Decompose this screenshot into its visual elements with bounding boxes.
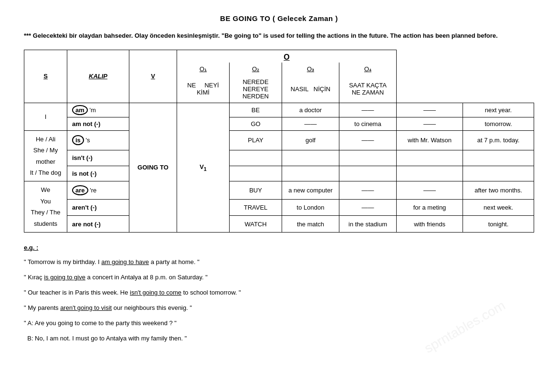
subject-we: WeYouThey / The students bbox=[31, 186, 61, 227]
o2-header: O₂ bbox=[252, 65, 259, 73]
examples-section: e.g. : " Tomorrow is my birthday. I am g… bbox=[24, 244, 534, 344]
o3-header: O₃ bbox=[307, 65, 314, 73]
table-row: aren't (-) TRAVEL to London —— for a met… bbox=[24, 199, 534, 216]
o3-r6: —— bbox=[397, 181, 463, 199]
table-row: I am 'm GOING TO V1 BE a doctor —— —— ne… bbox=[24, 103, 534, 117]
am-circle: am bbox=[72, 105, 88, 115]
v-header: V bbox=[151, 73, 155, 80]
o1-r4 bbox=[282, 150, 339, 166]
are-not: are not (-) bbox=[72, 221, 101, 228]
watch-verb: WATCH bbox=[230, 216, 282, 233]
o2-r1: —— bbox=[339, 103, 397, 117]
o1-r6: a new computer bbox=[282, 181, 339, 199]
example-1: " Tomorrow is my birthday. I am going to… bbox=[24, 257, 534, 267]
empty-verb-r5 bbox=[230, 166, 282, 181]
example-3: " Our teacher is in Paris this week. He … bbox=[24, 287, 534, 298]
o3-r2: —— bbox=[397, 117, 463, 130]
table-row: isn't (-) bbox=[24, 150, 534, 166]
o4-r7: next week. bbox=[463, 199, 534, 216]
example-2: " Kıraç is going to give a concert in An… bbox=[24, 272, 534, 283]
example-6: B: No, I am not. I must go to Antalya wi… bbox=[24, 333, 534, 344]
table-row: is not (-) bbox=[24, 166, 534, 181]
o4-r2: tomorrow. bbox=[463, 117, 534, 130]
o4-r8: tonight. bbox=[463, 216, 534, 233]
o3-r3: with Mr. Watson bbox=[397, 130, 463, 150]
table-row: WeYouThey / The students are 're BUY a n… bbox=[24, 181, 534, 199]
arent: aren't (-) bbox=[72, 204, 96, 211]
play-verb: PLAY bbox=[230, 130, 282, 150]
o3-r1: —— bbox=[397, 103, 463, 117]
o1-r1: a doctor bbox=[282, 103, 339, 117]
o4-r5 bbox=[463, 166, 534, 181]
page-title: BE GOING TO ( Gelecek Zaman ) bbox=[24, 14, 534, 22]
o1-subheader: NE NEYİKİMİ bbox=[177, 75, 230, 103]
o2-r4 bbox=[339, 150, 397, 166]
o1-header: O₁ bbox=[200, 65, 207, 73]
isnt: isn't (-) bbox=[72, 154, 93, 161]
is-circle: is bbox=[72, 135, 84, 145]
are-circle: are bbox=[72, 185, 88, 195]
subject-he: He / AliShe / My motherIt / The dog bbox=[30, 136, 62, 176]
v1-cell: V1 bbox=[177, 103, 230, 232]
buy-verb: BUY bbox=[230, 181, 282, 199]
is-short: 's bbox=[85, 137, 90, 144]
go-verb: GO bbox=[230, 117, 282, 130]
am-not: am not (-) bbox=[72, 120, 100, 127]
empty-verb-r4 bbox=[230, 150, 282, 166]
o3-r5 bbox=[397, 166, 463, 181]
o3-subheader: NASIL NİÇİN bbox=[282, 75, 339, 103]
eg-label: e.g. : bbox=[24, 244, 534, 251]
table-row: am not (-) GO —— to cinema —— tomorrow. bbox=[24, 117, 534, 130]
example-5: " A: Are you going to come to the party … bbox=[24, 318, 534, 328]
o3-r4 bbox=[397, 150, 463, 166]
am-short: 'm bbox=[89, 106, 95, 114]
o1-r3: golf bbox=[282, 130, 339, 150]
o2-r7: —— bbox=[339, 199, 397, 216]
o3-r8: with friends bbox=[397, 216, 463, 233]
o4-r3: at 7 p.m. today. bbox=[463, 130, 534, 150]
o4-header: O₄ bbox=[364, 65, 371, 73]
o-header: O bbox=[284, 53, 289, 61]
grammar-table: S KALIP V O O₁ O₂ O₃ O₄ bbox=[24, 50, 534, 233]
o4-subheader: SAAT KAÇTANE ZAMAN bbox=[339, 75, 397, 103]
o2-r8: in the stadium bbox=[339, 216, 397, 233]
travel-verb: TRAVEL bbox=[230, 199, 282, 216]
example-4: " My parents aren't going to visit our n… bbox=[24, 303, 534, 313]
be-verb: BE bbox=[230, 103, 282, 117]
o2-r6: —— bbox=[339, 181, 397, 199]
o1-r8: the match bbox=[282, 216, 339, 233]
s-header: S bbox=[43, 73, 48, 80]
o2-r3: —— bbox=[339, 130, 397, 150]
o2-r5 bbox=[339, 166, 397, 181]
intro-text: *** Gelecekteki bir olaydan bahseder. Ol… bbox=[24, 31, 534, 41]
o4-r4 bbox=[463, 150, 534, 166]
o1-r5 bbox=[282, 166, 339, 181]
o1-r2: —— bbox=[282, 117, 339, 130]
is-not: is not (-) bbox=[72, 170, 96, 177]
going-to-cell: GOING TO bbox=[129, 103, 177, 232]
o3-r7: for a meting bbox=[397, 199, 463, 216]
o4-r6: after two months. bbox=[463, 181, 534, 199]
o2-r2: to cinema bbox=[339, 117, 397, 130]
kalip-header: KALIP bbox=[89, 73, 107, 80]
table-row: are not (-) WATCH the match in the stadi… bbox=[24, 216, 534, 233]
table-row: He / AliShe / My motherIt / The dog is '… bbox=[24, 130, 534, 150]
o2-subheader: NEREDENEREYENERDEN bbox=[230, 75, 282, 103]
o1-r7: to London bbox=[282, 199, 339, 216]
subject-i: I bbox=[45, 113, 47, 120]
o4-r1: next year. bbox=[463, 103, 534, 117]
are-short: 're bbox=[90, 187, 96, 194]
